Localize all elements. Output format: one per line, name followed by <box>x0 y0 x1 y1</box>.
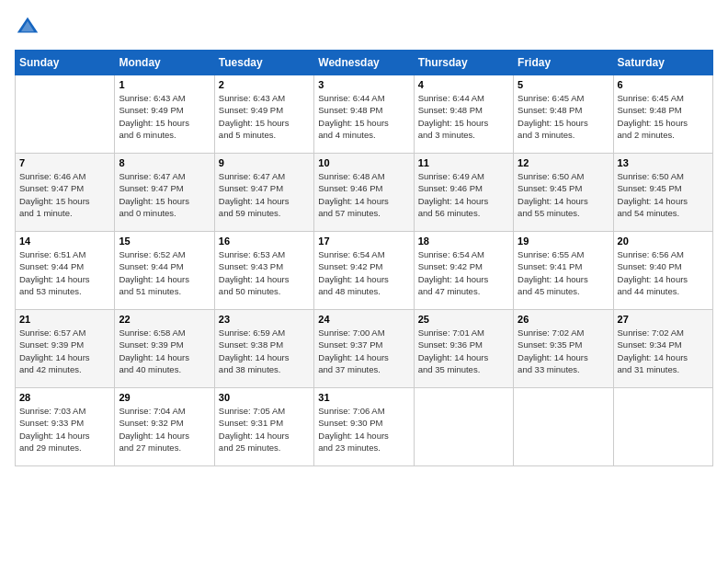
day-number: 23 <box>219 314 310 325</box>
calendar-cell: 5Sunrise: 6:45 AM Sunset: 9:48 PM Daylig… <box>514 75 613 154</box>
day-number: 16 <box>219 236 310 247</box>
day-info: Sunrise: 6:58 AM Sunset: 9:39 PM Dayligh… <box>119 327 210 375</box>
calendar-cell: 6Sunrise: 6:45 AM Sunset: 9:48 PM Daylig… <box>613 75 712 154</box>
day-info: Sunrise: 6:56 AM Sunset: 9:40 PM Dayligh… <box>618 248 709 297</box>
column-header-saturday: Saturday <box>613 51 712 75</box>
calendar-cell: 9Sunrise: 6:47 AM Sunset: 9:47 PM Daylig… <box>214 154 313 232</box>
calendar-cell: 17Sunrise: 6:54 AM Sunset: 9:42 PM Dayli… <box>314 232 414 310</box>
calendar-cell: 25Sunrise: 7:01 AM Sunset: 9:36 PM Dayli… <box>414 310 513 388</box>
column-header-tuesday: Tuesday <box>214 51 313 75</box>
day-info: Sunrise: 6:46 AM Sunset: 9:47 PM Dayligh… <box>19 170 110 219</box>
logo <box>15 15 44 40</box>
day-info: Sunrise: 6:57 AM Sunset: 9:39 PM Dayligh… <box>19 327 110 375</box>
day-info: Sunrise: 6:50 AM Sunset: 9:45 PM Dayligh… <box>618 170 709 219</box>
day-info: Sunrise: 6:44 AM Sunset: 9:48 PM Dayligh… <box>318 92 409 141</box>
day-info: Sunrise: 6:53 AM Sunset: 9:43 PM Dayligh… <box>219 248 310 297</box>
day-number: 8 <box>119 157 210 168</box>
calendar-header-row: SundayMondayTuesdayWednesdayThursdayFrid… <box>16 51 713 75</box>
day-info: Sunrise: 7:00 AM Sunset: 9:37 PM Dayligh… <box>318 327 409 375</box>
day-number: 27 <box>618 314 709 325</box>
calendar-cell: 29Sunrise: 7:04 AM Sunset: 9:32 PM Dayli… <box>115 388 214 466</box>
calendar-cell: 23Sunrise: 6:59 AM Sunset: 9:38 PM Dayli… <box>214 310 313 388</box>
calendar-week-row: 14Sunrise: 6:51 AM Sunset: 9:44 PM Dayli… <box>16 232 713 310</box>
calendar-cell: 18Sunrise: 6:54 AM Sunset: 9:42 PM Dayli… <box>414 232 513 310</box>
calendar-week-row: 28Sunrise: 7:03 AM Sunset: 9:33 PM Dayli… <box>16 388 713 466</box>
page-header <box>15 15 713 40</box>
calendar-week-row: 7Sunrise: 6:46 AM Sunset: 9:47 PM Daylig… <box>16 154 713 232</box>
day-number: 21 <box>19 314 110 325</box>
day-info: Sunrise: 6:45 AM Sunset: 9:48 PM Dayligh… <box>518 92 609 141</box>
calendar-cell <box>613 388 712 466</box>
day-number: 2 <box>219 79 310 90</box>
day-info: Sunrise: 6:54 AM Sunset: 9:42 PM Dayligh… <box>418 248 509 297</box>
day-info: Sunrise: 7:04 AM Sunset: 9:32 PM Dayligh… <box>119 405 210 454</box>
day-number: 18 <box>418 236 509 247</box>
day-number: 29 <box>119 392 210 403</box>
calendar-cell: 1Sunrise: 6:43 AM Sunset: 9:49 PM Daylig… <box>115 75 214 154</box>
day-number: 6 <box>618 79 709 90</box>
calendar-cell: 2Sunrise: 6:43 AM Sunset: 9:49 PM Daylig… <box>214 75 313 154</box>
day-info: Sunrise: 6:47 AM Sunset: 9:47 PM Dayligh… <box>119 170 210 219</box>
day-info: Sunrise: 6:50 AM Sunset: 9:45 PM Dayligh… <box>518 170 609 219</box>
day-info: Sunrise: 6:51 AM Sunset: 9:44 PM Dayligh… <box>19 248 110 297</box>
day-info: Sunrise: 7:01 AM Sunset: 9:36 PM Dayligh… <box>418 327 509 375</box>
calendar-cell: 10Sunrise: 6:48 AM Sunset: 9:46 PM Dayli… <box>314 154 414 232</box>
day-number: 14 <box>19 236 110 247</box>
calendar-cell: 3Sunrise: 6:44 AM Sunset: 9:48 PM Daylig… <box>314 75 414 154</box>
calendar-cell: 22Sunrise: 6:58 AM Sunset: 9:39 PM Dayli… <box>115 310 214 388</box>
day-info: Sunrise: 6:43 AM Sunset: 9:49 PM Dayligh… <box>119 92 210 141</box>
calendar-cell <box>16 75 115 154</box>
day-number: 12 <box>518 157 609 168</box>
calendar-cell <box>414 388 513 466</box>
day-number: 5 <box>518 79 609 90</box>
day-number: 26 <box>518 314 609 325</box>
calendar-cell: 15Sunrise: 6:52 AM Sunset: 9:44 PM Dayli… <box>115 232 214 310</box>
day-number: 7 <box>19 157 110 168</box>
day-number: 15 <box>119 236 210 247</box>
calendar-cell: 26Sunrise: 7:02 AM Sunset: 9:35 PM Dayli… <box>514 310 613 388</box>
day-info: Sunrise: 6:44 AM Sunset: 9:48 PM Dayligh… <box>418 92 509 141</box>
day-info: Sunrise: 6:55 AM Sunset: 9:41 PM Dayligh… <box>518 248 609 297</box>
calendar-week-row: 21Sunrise: 6:57 AM Sunset: 9:39 PM Dayli… <box>16 310 713 388</box>
calendar-cell: 13Sunrise: 6:50 AM Sunset: 9:45 PM Dayli… <box>613 154 712 232</box>
day-number: 4 <box>418 79 509 90</box>
day-number: 9 <box>219 157 310 168</box>
day-info: Sunrise: 7:06 AM Sunset: 9:30 PM Dayligh… <box>318 405 409 454</box>
day-number: 31 <box>318 392 409 403</box>
day-number: 28 <box>19 392 110 403</box>
day-number: 19 <box>518 236 609 247</box>
calendar-cell: 20Sunrise: 6:56 AM Sunset: 9:40 PM Dayli… <box>613 232 712 310</box>
calendar-cell: 7Sunrise: 6:46 AM Sunset: 9:47 PM Daylig… <box>16 154 115 232</box>
day-number: 25 <box>418 314 509 325</box>
calendar-cell: 31Sunrise: 7:06 AM Sunset: 9:30 PM Dayli… <box>314 388 414 466</box>
calendar-table: SundayMondayTuesdayWednesdayThursdayFrid… <box>15 50 713 466</box>
day-info: Sunrise: 6:47 AM Sunset: 9:47 PM Dayligh… <box>219 170 310 219</box>
day-info: Sunrise: 6:49 AM Sunset: 9:46 PM Dayligh… <box>418 170 509 219</box>
day-number: 20 <box>618 236 709 247</box>
calendar-cell <box>514 388 613 466</box>
calendar-cell: 27Sunrise: 7:02 AM Sunset: 9:34 PM Dayli… <box>613 310 712 388</box>
day-info: Sunrise: 7:05 AM Sunset: 9:31 PM Dayligh… <box>219 405 310 454</box>
day-number: 11 <box>418 157 509 168</box>
column-header-monday: Monday <box>115 51 214 75</box>
calendar-cell: 12Sunrise: 6:50 AM Sunset: 9:45 PM Dayli… <box>514 154 613 232</box>
calendar-cell: 19Sunrise: 6:55 AM Sunset: 9:41 PM Dayli… <box>514 232 613 310</box>
day-number: 24 <box>318 314 409 325</box>
calendar-cell: 30Sunrise: 7:05 AM Sunset: 9:31 PM Dayli… <box>214 388 313 466</box>
logo-icon <box>15 15 40 40</box>
calendar-cell: 4Sunrise: 6:44 AM Sunset: 9:48 PM Daylig… <box>414 75 513 154</box>
day-number: 3 <box>318 79 409 90</box>
day-info: Sunrise: 7:02 AM Sunset: 9:34 PM Dayligh… <box>618 327 709 375</box>
day-info: Sunrise: 7:03 AM Sunset: 9:33 PM Dayligh… <box>19 405 110 454</box>
calendar-cell: 11Sunrise: 6:49 AM Sunset: 9:46 PM Dayli… <box>414 154 513 232</box>
calendar-cell: 16Sunrise: 6:53 AM Sunset: 9:43 PM Dayli… <box>214 232 313 310</box>
calendar-cell: 14Sunrise: 6:51 AM Sunset: 9:44 PM Dayli… <box>16 232 115 310</box>
day-number: 30 <box>219 392 310 403</box>
day-info: Sunrise: 6:45 AM Sunset: 9:48 PM Dayligh… <box>618 92 709 141</box>
column-header-friday: Friday <box>514 51 613 75</box>
calendar-week-row: 1Sunrise: 6:43 AM Sunset: 9:49 PM Daylig… <box>16 75 713 154</box>
day-number: 13 <box>618 157 709 168</box>
day-info: Sunrise: 6:43 AM Sunset: 9:49 PM Dayligh… <box>219 92 310 141</box>
day-info: Sunrise: 6:54 AM Sunset: 9:42 PM Dayligh… <box>318 248 409 297</box>
calendar-cell: 24Sunrise: 7:00 AM Sunset: 9:37 PM Dayli… <box>314 310 414 388</box>
